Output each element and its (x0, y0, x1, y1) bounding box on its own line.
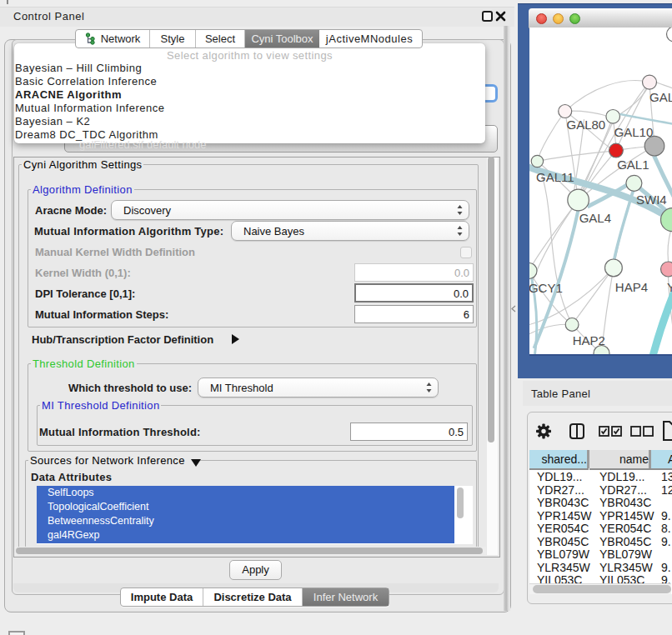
svg-text:SWI4: SWI4 (636, 192, 667, 207)
svg-text:GAL2: GAL2 (649, 90, 672, 104)
svg-text:GAL11: GAL11 (536, 170, 574, 184)
svg-text:GCY1: GCY1 (529, 281, 563, 295)
svg-text:GAL4: GAL4 (579, 211, 610, 225)
svg-text:GAL80: GAL80 (566, 118, 605, 132)
svg-text:HAP2: HAP2 (572, 333, 604, 348)
svg-text:GAL1: GAL1 (617, 158, 649, 172)
svg-text:GAL10: GAL10 (614, 125, 653, 139)
svg-text:HAP4: HAP4 (614, 280, 647, 294)
svg-text:Y: Y (666, 280, 672, 294)
